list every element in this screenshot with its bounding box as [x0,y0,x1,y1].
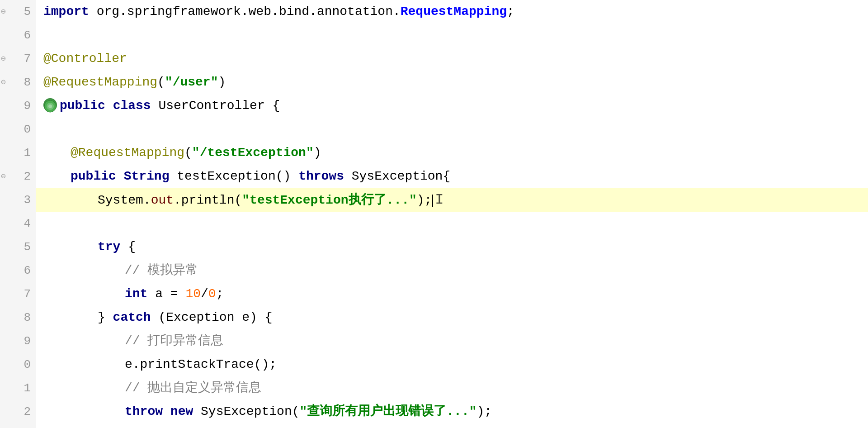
line-row: 2throw new SysException("查询所有用户出现错误了..."… [0,400,868,423]
token-plain: ; [216,287,224,301]
token-string-literal: "testException执行了..." [242,193,416,207]
line-row: 7int a = 10/0; [0,282,868,306]
line-content: try { [36,235,868,259]
line-content: public String testException() throws Sys… [36,165,868,188]
line-content: } [36,423,868,428]
line-row: 6// 模拟异常 [0,259,868,282]
line-row: 6 [0,24,868,47]
token-comment: // 打印异常信息 [125,334,223,348]
token-plain: SysException{ [344,169,450,183]
line-number: 3 [0,188,36,212]
token-plain [105,99,113,113]
token-kw-int: int [125,287,147,301]
token-plain: ; [507,5,514,19]
line-row: ⊖2public String testException() throws S… [0,165,868,188]
line-row: 0 [0,118,868,141]
run-icon[interactable] [43,98,57,112]
line-number: 9 [0,94,36,118]
line-number: ⊖8 [0,71,36,94]
token-plain: ); [477,404,492,418]
token-plain [163,404,170,418]
token-kw-throw: throw [125,404,163,418]
line-row: 9 public class UserController { [0,94,868,118]
token-plain: } [98,310,113,324]
token-plain: ) [218,75,226,89]
line-content: // 模拟异常 [36,259,868,282]
line-number: 0 [0,353,36,376]
line-number: ⊖2 [0,165,36,188]
line-row: 1@RequestMapping("/testException") [0,141,868,165]
fold-indicator[interactable]: ⊖ [1,47,6,71]
token-number: 0 [208,287,216,301]
line-content: // 抛出自定义异常信息 [36,376,868,400]
token-kw-try: try [98,240,120,254]
token-out-field: out [151,193,174,207]
fold-indicator[interactable]: ⊖ [1,71,6,94]
line-number: 3 [0,423,36,428]
token-plain: / [201,287,208,301]
line-content: @RequestMapping("/testException") [36,141,868,165]
ibeam-cursor: I [435,191,443,208]
line-number: 8 [0,306,36,329]
line-content: // 打印异常信息 [36,329,868,353]
token-plain: e.printStackTrace(); [125,357,277,371]
line-row: ⊖5import org.springframework.web.bind.an… [0,0,868,24]
line-content: } catch (Exception e) { [36,306,868,329]
line-content: int a = 10/0; [36,282,868,306]
line-content: @RequestMapping("/user") [36,71,868,94]
token-annotation: @RequestMapping [43,75,157,89]
line-number: 1 [0,141,36,165]
token-annotation: @Controller [43,52,127,66]
line-number: 7 [0,282,36,306]
token-number: 10 [185,287,201,301]
token-plain: System. [98,193,151,207]
line-content [36,118,868,141]
line-row: 3System.out.println("testException执行了...… [0,188,868,212]
fold-indicator[interactable]: ⊖ [1,0,6,24]
token-plain: testException() [169,169,298,183]
line-row: 4 [0,212,868,235]
line-row: 9// 打印异常信息 [0,329,868,353]
line-number: 6 [0,24,36,47]
line-number: 4 [0,212,36,235]
line-row: 0e.printStackTrace(); [0,353,868,376]
token-plain: ( [184,146,192,160]
fold-indicator[interactable]: ⊖ [1,165,6,188]
token-plain: UserController { [151,99,280,113]
token-kw-string-type: String [124,169,170,183]
svg-point-2 [48,105,52,108]
token-kw-public: public [71,169,116,183]
token-annotation: @RequestMapping [71,146,184,160]
line-content: e.printStackTrace(); [36,353,868,376]
token-comment: // 抛出自定义异常信息 [125,381,261,395]
line-number: ⊖5 [0,0,36,24]
line-row: ⊖8@RequestMapping("/user") [0,71,868,94]
line-number: ⊖7 [0,47,36,71]
line-row: ⊖7@Controller [0,47,868,71]
token-plain: org.springframework.web.bind.annotation. [89,5,401,19]
token-plain: ); [417,193,432,207]
token-kw-catch: catch [113,310,151,324]
line-content [36,212,868,235]
token-annotation-value: RequestMapping [401,5,507,19]
line-number: 9 [0,329,36,353]
line-content: @Controller [36,47,868,71]
token-kw-class: class [113,99,151,113]
line-number: 1 [0,376,36,400]
line-row: 3} [0,423,868,428]
token-plain: { [120,240,136,254]
lines-container: ⊖5import org.springframework.web.bind.an… [0,0,868,428]
line-content: throw new SysException("查询所有用户出现错误了...")… [36,400,868,423]
line-content: import org.springframework.web.bind.anno… [36,0,868,24]
token-plain: ( [157,75,165,89]
line-row: 1// 抛出自定义异常信息 [0,376,868,400]
token-kw-throws: throws [298,169,344,183]
line-number: 6 [0,259,36,282]
line-row: 5try { [0,235,868,259]
line-number: 0 [0,118,36,141]
line-row: 8} catch (Exception e) { [0,306,868,329]
token-plain: a = [147,287,185,301]
token-string-literal: "查询所有用户出现错误了..." [300,404,477,418]
text-cursor [432,195,433,207]
token-plain: SysException( [193,404,299,418]
